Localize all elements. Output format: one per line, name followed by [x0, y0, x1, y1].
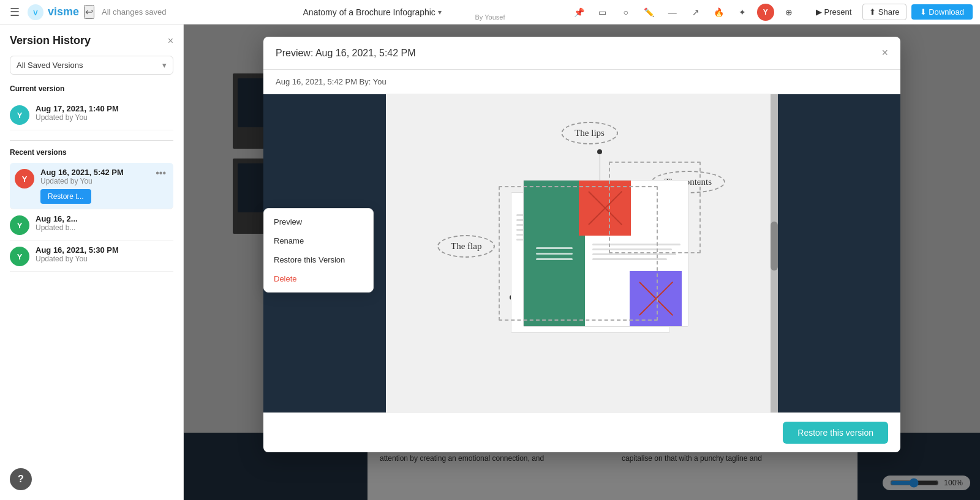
recent-version-3-by: Updated by You — [36, 255, 173, 263]
lips-label: The lips — [561, 122, 618, 144]
flap-label: The flap — [437, 235, 495, 258]
brochure-line-3 — [536, 258, 573, 260]
current-version-section: Current version Y Aug 17, 2021, 1:40 PM … — [10, 84, 173, 130]
lips-connector-dot — [597, 149, 602, 154]
toolbar-right: ▶ Present ⬆ Share ⬇ Download — [802, 4, 980, 20]
brochure-red-box — [579, 181, 631, 236]
arrow-tool[interactable]: ↗ — [687, 4, 704, 21]
brochure-line-2 — [536, 253, 573, 255]
toolbar: ☰ V visme ↩ All changes saved Anatomy of… — [0, 0, 980, 24]
svg-text:V: V — [33, 9, 38, 17]
recent-version-1-info: Aug 16, 2021, 5:42 PM Updated by You Res… — [40, 168, 147, 204]
sidebar-close-button[interactable]: × — [168, 35, 173, 47]
circle-tool[interactable]: ○ — [617, 4, 635, 21]
brochure-green-panel — [524, 181, 585, 326]
red-box-x-pattern — [579, 181, 631, 236]
share-button[interactable]: ⬆ Share — [862, 4, 906, 20]
lips-oval: The lips — [561, 122, 618, 144]
current-version-avatar: Y — [10, 105, 29, 125]
modal-close-button[interactable]: × — [881, 47, 888, 59]
color-tool[interactable]: 🔥 — [710, 4, 728, 21]
version-more-icon[interactable]: ••• — [153, 168, 168, 179]
user-avatar: Y — [757, 4, 774, 21]
purple-box-x-pattern — [630, 271, 682, 326]
menu-button[interactable]: ☰ — [7, 3, 22, 21]
recent-version-2-avatar: Y — [10, 215, 29, 235]
sidebar-divider — [10, 140, 173, 141]
modal-meta: Aug 16, 2021, 5:42 PM By: You — [263, 70, 900, 94]
document-subtitle: By Yousef — [475, 13, 505, 21]
present-button[interactable]: ▶ Present — [810, 4, 858, 20]
undo-button[interactable]: ↩ — [84, 5, 94, 19]
recent-version-1-avatar: Y — [15, 169, 34, 188]
modal-header: Preview: Aug 16, 2021, 5:42 PM × — [263, 37, 900, 70]
front-content-lines — [590, 244, 683, 260]
flap-oval: The flap — [437, 235, 495, 258]
sidebar-header: Version History × — [10, 34, 173, 47]
recent-version-3-info: Aug 16, 2021, 5:30 PM Updated by You — [36, 245, 173, 263]
front-line-2 — [592, 248, 672, 250]
current-version-date: Aug 17, 2021, 1:40 PM — [36, 104, 173, 113]
context-menu-preview[interactable]: Preview — [264, 212, 373, 231]
brochure-mockup — [505, 174, 701, 345]
modal-overlay: Preview Rename Restore this Version Dele… — [184, 24, 980, 500]
pen-tool[interactable]: ✏️ — [641, 4, 658, 21]
recent-version-item-2[interactable]: Y Aug 16, 2... Updated b... — [10, 209, 173, 241]
current-version-info: Aug 17, 2021, 1:40 PM Updated by You — [36, 104, 173, 122]
canvas-area: Letter PAGE 2 A4 PAGE 2 The goal of your… — [184, 24, 980, 500]
brochure-line-1 — [536, 247, 573, 249]
current-section-label: Current version — [10, 84, 173, 93]
context-menu: Preview Rename Restore this Version Dele… — [263, 208, 374, 293]
recent-version-1-date: Aug 16, 2021, 5:42 PM — [40, 168, 147, 177]
line-tool[interactable]: — — [664, 4, 681, 21]
recent-version-2-by: Updated b... — [36, 223, 173, 232]
front-line-4 — [592, 258, 667, 260]
recent-versions-section: Recent versions Y Aug 16, 2021, 5:42 PM … — [10, 148, 173, 272]
recent-version-1-by: Updated by You — [40, 177, 147, 185]
current-version-by: Updated by You — [36, 113, 173, 122]
modal-title: Preview: Aug 16, 2021, 5:42 PM — [276, 48, 416, 59]
restore-button[interactable]: Restore t... — [40, 189, 91, 204]
title-dropdown-icon[interactable]: ▾ — [438, 8, 442, 17]
context-menu-rename[interactable]: Rename — [264, 231, 373, 250]
download-button[interactable]: ⬇ Download — [911, 4, 973, 20]
recent-section-label: Recent versions — [10, 148, 173, 157]
front-line-1 — [592, 244, 680, 245]
context-menu-restore[interactable]: Restore this Version — [264, 250, 373, 269]
help-button[interactable]: ? — [10, 468, 32, 490]
sidebar-title: Version History — [10, 34, 91, 47]
pin-tool[interactable]: 📌 — [571, 4, 588, 21]
current-version-item[interactable]: Y Aug 17, 2021, 1:40 PM Updated by You — [10, 99, 173, 130]
recent-version-2-info: Aug 16, 2... Updated b... — [36, 214, 173, 232]
front-line-3 — [592, 253, 676, 255]
infographic-content: The lips The flap — [425, 113, 731, 394]
toolbar-left: ☰ V visme ↩ All changes saved — [0, 3, 174, 21]
rect-tool[interactable]: ▭ — [594, 4, 611, 21]
document-title: Anatomy of a Brochure Infographic — [303, 7, 435, 17]
recent-version-item-3[interactable]: Y Aug 16, 2021, 5:30 PM Updated by You — [10, 241, 173, 272]
toolbar-center: Anatomy of a Brochure Infographic ▾ By Y… — [174, 7, 571, 17]
recent-version-3-date: Aug 16, 2021, 5:30 PM — [36, 245, 173, 255]
chevron-down-icon: ▾ — [162, 61, 167, 70]
restore-version-button[interactable]: Restore this version — [783, 422, 888, 444]
modal-footer: Restore this version — [263, 412, 900, 452]
preview-scrollbar-thumb[interactable] — [771, 222, 778, 271]
star-tool[interactable]: ✦ — [734, 4, 751, 21]
recent-version-3-avatar: Y — [10, 247, 29, 266]
recent-version-2-date: Aug 16, 2... — [36, 214, 173, 223]
recent-version-item-1[interactable]: Y Aug 16, 2021, 5:42 PM Updated by You R… — [10, 163, 173, 209]
preview-scrollbar[interactable] — [771, 94, 778, 412]
main-area: Version History × All Saved Versions ▾ C… — [0, 24, 980, 500]
context-menu-delete[interactable]: Delete — [264, 269, 373, 288]
grid-tool[interactable]: ⊕ — [780, 4, 797, 21]
visme-logo-icon: V — [27, 4, 44, 21]
brochure-right-panel — [585, 181, 688, 326]
version-history-sidebar: Version History × All Saved Versions ▾ C… — [0, 24, 184, 500]
brochure-front-page — [523, 180, 688, 327]
version-filter-label: All Saved Versions — [17, 61, 83, 70]
logo: V visme — [27, 4, 79, 21]
version-filter-dropdown[interactable]: All Saved Versions ▾ — [10, 56, 173, 75]
preview-dark-right — [778, 94, 900, 412]
brochure-purple-box — [630, 271, 682, 326]
logo-text: visme — [48, 6, 79, 18]
